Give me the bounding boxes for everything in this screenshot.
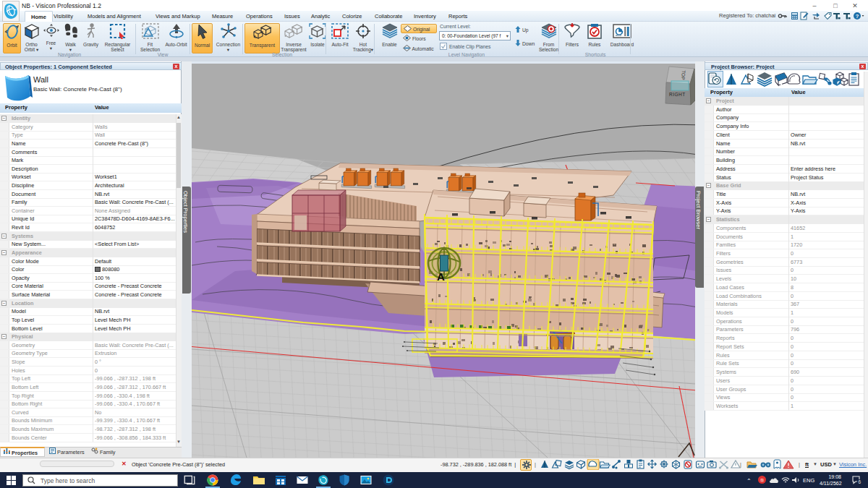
svg-text:RIGHT: RIGHT [669,92,686,97]
svg-text:TOP: TOP [681,70,686,80]
svg-text:A: A [437,270,445,283]
svg-text:6: 6 [859,479,861,484]
svg-text:?: ? [856,13,859,20]
